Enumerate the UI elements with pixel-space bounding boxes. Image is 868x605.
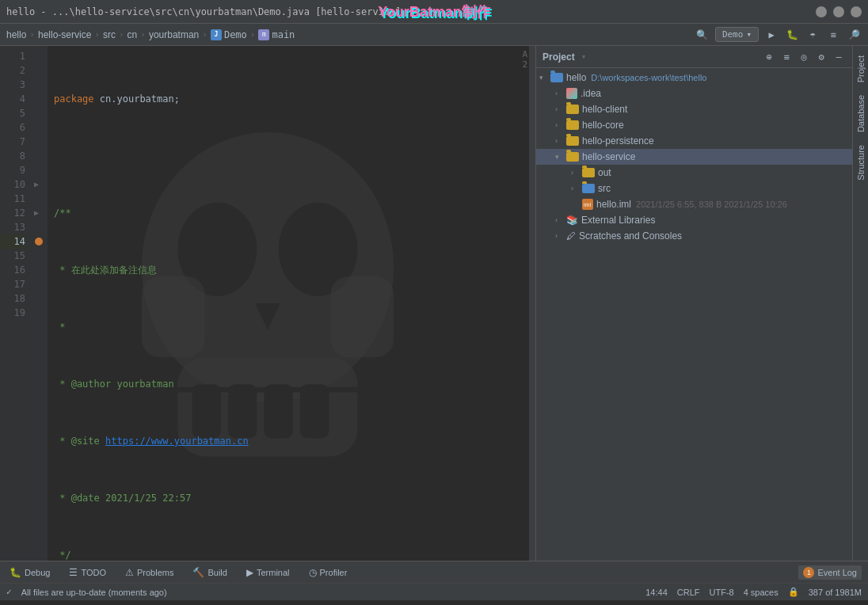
more-run-button[interactable]: ≡	[825, 27, 841, 43]
fold-arrow-12[interactable]: ▶	[34, 206, 39, 220]
tree-item-idea[interactable]: › .idea	[536, 86, 852, 101]
close-button[interactable]: ✕	[851, 6, 862, 17]
minimize-panel-icon[interactable]: —	[832, 50, 846, 64]
editor-area[interactable]: 1 2 3 4 5 6 7 8 9 10 11 12 13 14 15 16 1…	[0, 46, 535, 561]
tree-item-hello-client[interactable]: › hello-client	[536, 101, 852, 117]
todo-tool-button[interactable]: ☰ TODO	[66, 565, 109, 580]
project-panel-header: Project ▾ ⊕ ≡ ◎ ⚙ —	[536, 46, 852, 68]
svg-text:iml: iml	[584, 202, 591, 207]
chevron-out: ›	[571, 169, 582, 177]
breadcrumb-yourbatman[interactable]: yourbatman	[149, 29, 199, 40]
run-button[interactable]: ▶	[763, 27, 779, 43]
breadcrumb-service[interactable]: hello-service	[38, 29, 91, 40]
build-tool-button[interactable]: 🔨 Build	[189, 565, 230, 580]
tree-label-external: External Libraries	[581, 215, 655, 226]
status-bar: ✓ All files are up-to-date (moments ago)…	[0, 583, 868, 600]
problems-tool-button[interactable]: ⚠ Problems	[122, 565, 177, 580]
tree-label-idea: .idea	[581, 88, 601, 99]
tree-item-external[interactable]: › 📚 External Libraries	[536, 212, 852, 228]
title-bar: hello - ...\hello-service\src\cn\yourbat…	[0, 0, 868, 24]
code-line-6: * @author yourbatman	[54, 377, 529, 391]
minimize-button[interactable]: —	[816, 6, 827, 17]
event-badge: 1	[803, 567, 814, 578]
status-encoding[interactable]: UTF-8	[710, 588, 734, 597]
event-log-label: Event Log	[817, 568, 857, 577]
code-line-1: package cn.yourbatman;	[54, 92, 529, 106]
maximize-button[interactable]: □	[833, 6, 844, 17]
breakpoint-14[interactable]	[35, 238, 43, 245]
ext-lib-icon: 📚	[566, 215, 578, 226]
bottom-toolbar: 🐛 Debug ☰ TODO ⚠ Problems 🔨 Build ▶ Term…	[0, 561, 868, 583]
problems-icon: ⚠	[125, 567, 134, 578]
breadcrumb-hello[interactable]: hello	[6, 29, 26, 40]
sync-icon[interactable]: ⊕	[762, 50, 776, 64]
run-config-label: Demo	[722, 29, 744, 40]
panel-dropdown-arrow[interactable]: ▾	[581, 51, 587, 62]
breadcrumb-cn[interactable]: cn	[128, 29, 138, 40]
breadcrumb-sep-5: ›	[202, 29, 207, 40]
chevron-hello: ▾	[539, 74, 550, 82]
status-message: All files are up-to-date (moments ago)	[21, 588, 167, 597]
project-tree[interactable]: ▾ hello D:\workspaces-work\test\hello › …	[536, 68, 852, 561]
watermark: YourBatman制作	[378, 2, 490, 21]
breadcrumb-method[interactable]: m main	[258, 29, 295, 40]
main-layout: 1 2 3 4 5 6 7 8 9 10 11 12 13 14 15 16 1…	[0, 46, 868, 561]
editor-scrollbar[interactable]: A 2	[529, 46, 535, 561]
a2-indicator: A 2	[522, 49, 527, 70]
folder-icon-client	[566, 105, 579, 114]
settings-icon[interactable]: ⚙	[814, 50, 828, 64]
folder-icon-src	[582, 184, 595, 193]
event-log-button[interactable]: 1 Event Log	[798, 565, 862, 580]
tree-path-hello: D:\workspaces-work\test\hello	[591, 73, 706, 82]
locate-icon[interactable]: ◎	[797, 50, 811, 64]
status-check-icon: ✓	[6, 587, 12, 597]
profiler-tool-button[interactable]: ◷ Profiler	[306, 565, 351, 580]
status-indent[interactable]: 4 spaces	[744, 588, 779, 597]
project-panel: Project ▾ ⊕ ≡ ◎ ⚙ — ▾ hello D:\workspace…	[535, 46, 852, 561]
profiler-label: Profiler	[320, 568, 348, 577]
build-icon: 🔨	[192, 567, 204, 578]
search-icon[interactable]: 🔍	[695, 27, 710, 43]
chevron-src: ›	[571, 185, 582, 192]
fold-arrow-10[interactable]: ▶	[34, 177, 39, 192]
terminal-tool-button[interactable]: ▶ Terminal	[243, 565, 293, 580]
profiler-icon: ◷	[309, 567, 317, 578]
tab-database[interactable]: Database	[855, 89, 867, 139]
breadcrumb-src[interactable]: src	[103, 29, 116, 40]
status-time[interactable]: 14:44	[645, 588, 668, 597]
code-editor[interactable]: 1 2 3 4 5 6 7 8 9 10 11 12 13 14 15 16 1…	[0, 46, 535, 561]
tree-item-hello-iml[interactable]: › iml hello.iml 2021/1/25 6:55, 838 B 20…	[536, 196, 852, 212]
debug-tool-button[interactable]: 🐛 Debug	[6, 565, 53, 580]
code-line-8: * @date 2021/1/25 22:57	[54, 491, 529, 505]
tree-item-hello[interactable]: ▾ hello D:\workspaces-work\test\hello	[536, 70, 852, 86]
collapse-all-icon[interactable]: ≡	[779, 50, 794, 64]
code-content[interactable]: package cn.yourbatman; /** * 在此处添加备注信息 *…	[48, 46, 529, 561]
chevron-service: ▾	[555, 153, 566, 161]
panel-icon-buttons: ⊕ ≡ ◎ ⚙ —	[762, 50, 846, 64]
breadcrumb-sep-2: ›	[94, 29, 100, 40]
chevron-client: ›	[555, 105, 566, 113]
tab-project[interactable]: Project	[855, 49, 867, 89]
code-line-2	[54, 149, 529, 163]
status-line-ending[interactable]: CRLF	[677, 588, 700, 597]
status-position[interactable]: 387 of 1981M	[809, 588, 862, 597]
breadcrumb-file[interactable]: J Demo	[211, 29, 247, 40]
search-everywhere-button[interactable]: 🔎	[846, 27, 862, 43]
tree-item-hello-core[interactable]: › hello-core	[536, 117, 852, 133]
coverage-button[interactable]: ☂	[805, 27, 820, 43]
run-config-button[interactable]: Demo ▾	[715, 27, 759, 42]
tree-item-hello-service[interactable]: ▾ hello-service	[536, 149, 852, 165]
tree-item-hello-persistence[interactable]: › hello-persistence	[536, 133, 852, 149]
tree-meta-iml: 2021/1/25 6:55, 838 B 2021/1/25 10:26	[636, 200, 787, 209]
tree-label-iml: hello.iml	[596, 199, 631, 210]
tab-structure[interactable]: Structure	[855, 139, 867, 187]
folder-icon-persistence	[566, 136, 579, 146]
folder-icon-out	[582, 168, 595, 177]
scratches-icon: 🖊	[566, 230, 576, 242]
tree-item-scratches[interactable]: › 🖊 Scratches and Consoles	[536, 228, 852, 244]
breadcrumb-bar: hello › hello-service › src › cn › yourb…	[0, 24, 868, 46]
tree-label-core: hello-core	[582, 120, 624, 131]
debug-run-button[interactable]: 🐛	[784, 27, 800, 43]
tree-item-src[interactable]: › src	[536, 181, 852, 196]
tree-item-out[interactable]: › out	[536, 165, 852, 181]
